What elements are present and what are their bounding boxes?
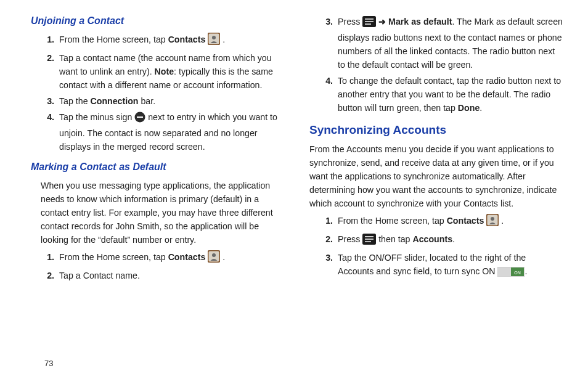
- right-column: Press ➜ Mark as default. The Mark as def…: [309, 12, 563, 357]
- text: Tap the: [59, 96, 90, 106]
- text: Tap the minus sign: [59, 112, 134, 122]
- minus-icon: [134, 112, 145, 126]
- unjoin-step-4: Tap the minus sign next to entry in whic…: [57, 110, 285, 153]
- text: From the Home screen, tap: [338, 216, 447, 226]
- mark-step-1: From the Home screen, tap Contacts .: [57, 250, 285, 266]
- connection-label: Connection: [90, 96, 138, 106]
- mark-as-default-label: Mark as default: [388, 17, 452, 27]
- accounts-label: Accounts: [412, 234, 452, 244]
- page-number: 73: [44, 359, 53, 368]
- text: .: [480, 103, 482, 113]
- synchronizing-steps: From the Home screen, tap Contacts . Pre…: [309, 214, 563, 280]
- contacts-label: Contacts: [447, 216, 484, 226]
- text: Press: [338, 234, 362, 244]
- unjoin-step-3: Tap the Connection bar.: [57, 94, 285, 108]
- page-content: Unjoining a Contact From the Home screen…: [0, 0, 588, 357]
- left-column: Unjoining a Contact From the Home screen…: [31, 12, 285, 357]
- sync-step-3: Tap the ON/OFF slider, located to the ri…: [335, 251, 563, 280]
- text: To change the default contact, tap the r…: [338, 76, 561, 113]
- unjoin-step-2: Tap a contact name (the account name fro…: [57, 51, 285, 92]
- text: .: [499, 216, 504, 226]
- mark-step-4: To change the default contact, tap the r…: [335, 74, 563, 115]
- menu-icon: [362, 234, 376, 248]
- done-label: Done: [458, 103, 480, 113]
- marking-steps-continued: Press ➜ Mark as default. The Mark as def…: [309, 15, 563, 115]
- mark-step-3: Press ➜ Mark as default. The Mark as def…: [335, 15, 563, 71]
- sync-step-1: From the Home screen, tap Contacts .: [335, 214, 563, 230]
- arrow-icon: ➜: [376, 17, 388, 27]
- text: .: [452, 234, 455, 244]
- contacts-icon: [208, 33, 220, 49]
- unjoining-heading: Unjoining a Contact: [31, 14, 285, 29]
- contacts-label: Contacts: [168, 35, 206, 44]
- text: .: [525, 266, 527, 276]
- synchronizing-heading: Synchronizing Accounts: [309, 121, 563, 139]
- text: From the Home screen, tap: [59, 35, 168, 44]
- sync-step-2: Press then tap Accounts.: [335, 232, 563, 248]
- synchronizing-paragraph: From the Accounts menu you decide if you…: [309, 142, 563, 210]
- contacts-icon: [486, 214, 499, 230]
- contacts-icon: [208, 250, 220, 266]
- toggle-on-icon: [497, 267, 525, 280]
- menu-icon: [362, 16, 376, 31]
- marking-heading: Marking a Contact as Default: [31, 160, 285, 175]
- text: Press: [338, 17, 362, 27]
- marking-steps: From the Home screen, tap Contacts . Tap…: [31, 250, 285, 282]
- contacts-label: Contacts: [168, 252, 206, 262]
- unjoining-steps: From the Home screen, tap Contacts . Tap…: [31, 33, 285, 153]
- text: .: [220, 252, 225, 262]
- mark-step-2: Tap a Contact name.: [57, 269, 285, 282]
- note-label: Note: [155, 67, 174, 76]
- text: bar.: [139, 96, 156, 106]
- text: .: [220, 35, 225, 44]
- text: then tap: [376, 234, 412, 244]
- marking-paragraph: When you use messaging type applications…: [31, 179, 285, 247]
- unjoin-step-1: From the Home screen, tap Contacts .: [57, 33, 285, 49]
- text: From the Home screen, tap: [59, 252, 168, 262]
